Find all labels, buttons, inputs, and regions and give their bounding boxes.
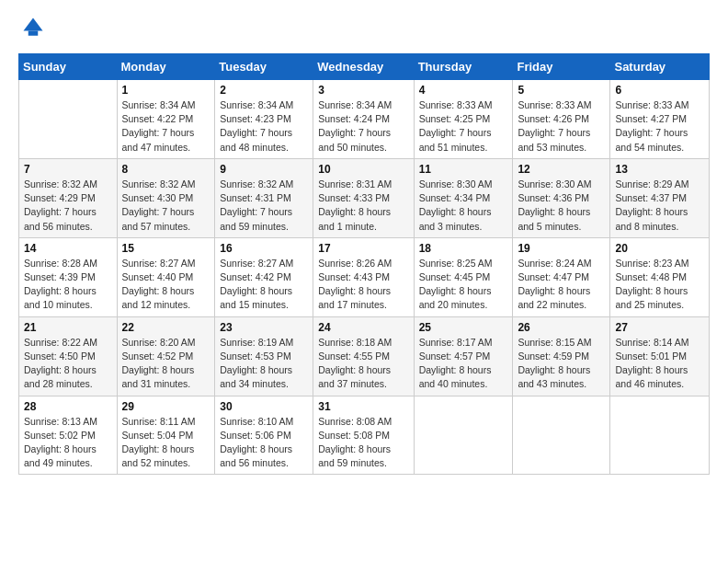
calendar-cell: 28Sunrise: 8:13 AMSunset: 5:02 PMDayligh…: [19, 396, 118, 475]
day-number: 14: [24, 242, 112, 255]
calendar-cell: 18Sunrise: 8:25 AMSunset: 4:45 PMDayligh…: [414, 237, 513, 316]
calendar-cell: 7Sunrise: 8:32 AMSunset: 4:29 PMDaylight…: [19, 158, 118, 237]
day-number: 8: [122, 163, 210, 176]
day-number: 16: [220, 242, 308, 255]
calendar-cell: 31Sunrise: 8:08 AMSunset: 5:08 PMDayligh…: [313, 396, 414, 475]
day-info: Sunrise: 8:30 AMSunset: 4:34 PMDaylight:…: [419, 178, 508, 234]
svg-rect-1: [28, 31, 39, 36]
day-info: Sunrise: 8:34 AMSunset: 4:22 PMDaylight:…: [122, 98, 210, 155]
day-info: Sunrise: 8:27 AMSunset: 4:40 PMDaylight:…: [122, 257, 210, 313]
calendar-cell: 30Sunrise: 8:10 AMSunset: 5:06 PMDayligh…: [215, 396, 313, 475]
calendar-cell: 27Sunrise: 8:14 AMSunset: 5:01 PMDayligh…: [610, 316, 710, 396]
day-number: 12: [518, 163, 605, 176]
calendar-cell: 22Sunrise: 8:20 AMSunset: 4:52 PMDayligh…: [117, 316, 215, 396]
calendar-cell: 11Sunrise: 8:30 AMSunset: 4:34 PMDayligh…: [414, 158, 513, 237]
calendar-week-row: 21Sunrise: 8:22 AMSunset: 4:50 PMDayligh…: [19, 316, 710, 396]
day-info: Sunrise: 8:33 AMSunset: 4:25 PMDaylight:…: [419, 98, 508, 155]
day-number: 19: [518, 242, 605, 255]
day-number: 18: [419, 242, 508, 255]
day-info: Sunrise: 8:23 AMSunset: 4:48 PMDaylight:…: [615, 257, 704, 313]
day-info: Sunrise: 8:24 AMSunset: 4:47 PMDaylight:…: [518, 257, 605, 313]
day-info: Sunrise: 8:34 AMSunset: 4:23 PMDaylight:…: [220, 98, 308, 155]
col-header-sunday: Sunday: [19, 54, 118, 80]
calendar-cell: 3Sunrise: 8:34 AMSunset: 4:24 PMDaylight…: [313, 80, 414, 159]
day-info: Sunrise: 8:15 AMSunset: 4:59 PMDaylight:…: [518, 336, 605, 392]
calendar-week-row: 1Sunrise: 8:34 AMSunset: 4:22 PMDaylight…: [19, 80, 710, 159]
day-number: 30: [220, 400, 308, 413]
calendar-cell: [610, 396, 710, 475]
calendar-cell: 17Sunrise: 8:26 AMSunset: 4:43 PMDayligh…: [313, 237, 414, 316]
calendar-week-row: 28Sunrise: 8:13 AMSunset: 5:02 PMDayligh…: [19, 396, 710, 475]
day-number: 31: [318, 400, 408, 413]
calendar-cell: 19Sunrise: 8:24 AMSunset: 4:47 PMDayligh…: [513, 237, 610, 316]
col-header-saturday: Saturday: [610, 54, 710, 80]
day-number: 29: [122, 400, 210, 413]
calendar-cell: 4Sunrise: 8:33 AMSunset: 4:25 PMDaylight…: [414, 80, 513, 159]
col-header-friday: Friday: [513, 54, 610, 80]
calendar-cell: 1Sunrise: 8:34 AMSunset: 4:22 PMDaylight…: [117, 80, 215, 159]
day-info: Sunrise: 8:17 AMSunset: 4:57 PMDaylight:…: [419, 336, 508, 392]
day-info: Sunrise: 8:20 AMSunset: 4:52 PMDaylight:…: [122, 336, 210, 392]
calendar-cell: 14Sunrise: 8:28 AMSunset: 4:39 PMDayligh…: [19, 237, 118, 316]
calendar-cell: [414, 396, 513, 475]
day-number: 17: [318, 242, 408, 255]
day-info: Sunrise: 8:22 AMSunset: 4:50 PMDaylight:…: [24, 336, 112, 392]
day-number: 9: [220, 163, 308, 176]
logo-icon: [20, 15, 46, 40]
day-number: 25: [419, 321, 508, 334]
calendar-week-row: 7Sunrise: 8:32 AMSunset: 4:29 PMDaylight…: [19, 158, 710, 237]
day-number: 5: [518, 84, 605, 97]
col-header-tuesday: Tuesday: [215, 54, 313, 80]
logo: [18, 15, 46, 44]
day-number: 20: [615, 242, 704, 255]
day-number: 15: [122, 242, 210, 255]
day-info: Sunrise: 8:19 AMSunset: 4:53 PMDaylight:…: [220, 336, 308, 392]
calendar-cell: 15Sunrise: 8:27 AMSunset: 4:40 PMDayligh…: [117, 237, 215, 316]
calendar-cell: 20Sunrise: 8:23 AMSunset: 4:48 PMDayligh…: [610, 237, 710, 316]
day-info: Sunrise: 8:30 AMSunset: 4:36 PMDaylight:…: [518, 178, 605, 234]
day-info: Sunrise: 8:10 AMSunset: 5:06 PMDaylight:…: [220, 415, 308, 471]
day-info: Sunrise: 8:08 AMSunset: 5:08 PMDaylight:…: [318, 415, 408, 471]
day-number: 21: [24, 321, 112, 334]
day-info: Sunrise: 8:26 AMSunset: 4:43 PMDaylight:…: [318, 257, 408, 313]
day-info: Sunrise: 8:32 AMSunset: 4:30 PMDaylight:…: [122, 178, 210, 234]
day-info: Sunrise: 8:32 AMSunset: 4:31 PMDaylight:…: [220, 178, 308, 234]
day-info: Sunrise: 8:28 AMSunset: 4:39 PMDaylight:…: [24, 257, 112, 313]
day-info: Sunrise: 8:11 AMSunset: 5:04 PMDaylight:…: [122, 415, 210, 471]
day-number: 27: [615, 321, 704, 334]
day-number: 6: [615, 84, 704, 97]
calendar-cell: 6Sunrise: 8:33 AMSunset: 4:27 PMDaylight…: [610, 80, 710, 159]
day-info: Sunrise: 8:34 AMSunset: 4:24 PMDaylight:…: [318, 98, 408, 155]
day-number: 24: [318, 321, 408, 334]
day-number: 1: [122, 84, 210, 97]
day-info: Sunrise: 8:18 AMSunset: 4:55 PMDaylight:…: [318, 336, 408, 392]
day-number: 22: [122, 321, 210, 334]
day-number: 4: [419, 84, 508, 97]
svg-marker-0: [24, 18, 43, 31]
day-number: 7: [24, 163, 112, 176]
calendar-cell: 25Sunrise: 8:17 AMSunset: 4:57 PMDayligh…: [414, 316, 513, 396]
calendar-cell: 16Sunrise: 8:27 AMSunset: 4:42 PMDayligh…: [215, 237, 313, 316]
calendar-cell: [19, 80, 118, 159]
day-info: Sunrise: 8:27 AMSunset: 4:42 PMDaylight:…: [220, 257, 308, 313]
calendar-cell: 13Sunrise: 8:29 AMSunset: 4:37 PMDayligh…: [610, 158, 710, 237]
day-number: 28: [24, 400, 112, 413]
header: [18, 15, 710, 44]
page: SundayMondayTuesdayWednesdayThursdayFrid…: [0, 0, 728, 493]
day-info: Sunrise: 8:33 AMSunset: 4:26 PMDaylight:…: [518, 98, 605, 155]
calendar-cell: 26Sunrise: 8:15 AMSunset: 4:59 PMDayligh…: [513, 316, 610, 396]
calendar-cell: 5Sunrise: 8:33 AMSunset: 4:26 PMDaylight…: [513, 80, 610, 159]
calendar-cell: 8Sunrise: 8:32 AMSunset: 4:30 PMDaylight…: [117, 158, 215, 237]
day-number: 3: [318, 84, 408, 97]
day-info: Sunrise: 8:29 AMSunset: 4:37 PMDaylight:…: [615, 178, 704, 234]
calendar-cell: [513, 396, 610, 475]
calendar-cell: 10Sunrise: 8:31 AMSunset: 4:33 PMDayligh…: [313, 158, 414, 237]
calendar-cell: 2Sunrise: 8:34 AMSunset: 4:23 PMDaylight…: [215, 80, 313, 159]
calendar-week-row: 14Sunrise: 8:28 AMSunset: 4:39 PMDayligh…: [19, 237, 710, 316]
day-number: 11: [419, 163, 508, 176]
calendar: SundayMondayTuesdayWednesdayThursdayFrid…: [18, 53, 710, 475]
day-number: 2: [220, 84, 308, 97]
col-header-monday: Monday: [117, 54, 215, 80]
calendar-cell: 23Sunrise: 8:19 AMSunset: 4:53 PMDayligh…: [215, 316, 313, 396]
day-number: 13: [615, 163, 704, 176]
